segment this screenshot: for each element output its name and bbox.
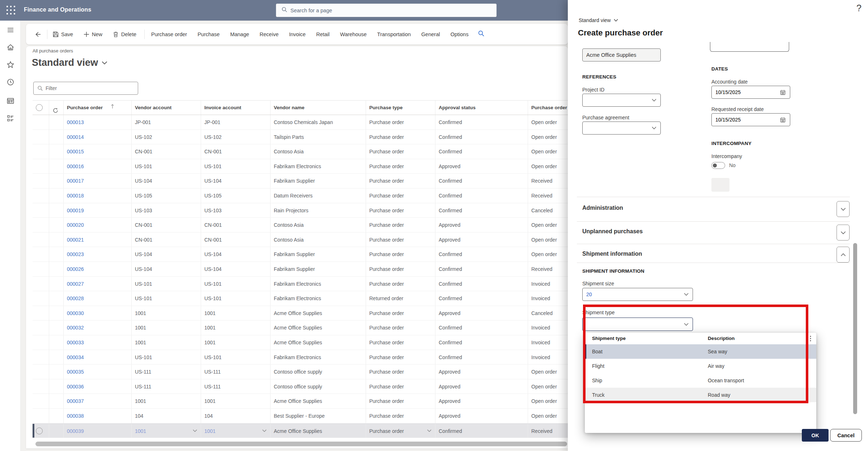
table-row[interactable]: 000019US-103US-103Rain ProjectorsPurchas… <box>33 203 568 218</box>
cell-invoice-account[interactable]: 1001 <box>201 424 271 438</box>
tab-transportation[interactable]: Transportation <box>377 31 411 37</box>
unplanned-purchases-expand-button[interactable] <box>837 225 850 241</box>
cell-po[interactable]: 000037 <box>64 394 132 408</box>
project-id-combobox[interactable] <box>582 94 661 107</box>
column-header-invoice-account[interactable]: Invoice account <box>201 101 271 115</box>
table-row[interactable]: 000027US-101US-101Fabrikam ElectronicsPu… <box>33 277 568 292</box>
column-header-vendor-account[interactable]: Vendor account <box>132 101 201 115</box>
table-row[interactable]: 00003710011001Acme Office SuppliesPurcha… <box>33 394 568 409</box>
row-select-radio[interactable] <box>33 188 49 203</box>
row-select-radio[interactable] <box>33 424 49 438</box>
cell-po[interactable]: 000015 <box>64 144 132 159</box>
table-row[interactable]: 00003210011001Acme Office SuppliesPurcha… <box>33 320 568 335</box>
cell-po[interactable]: 000027 <box>64 277 132 291</box>
new-button[interactable]: New <box>83 31 102 38</box>
row-select-radio[interactable] <box>33 394 49 408</box>
cell-approval-status[interactable]: Confirmed <box>435 424 528 438</box>
cell-vendor-account[interactable]: 1001 <box>132 424 201 438</box>
cell-vendor-name[interactable]: Acme Office Supplies <box>271 424 366 438</box>
row-select-radio[interactable] <box>33 379 49 394</box>
table-row[interactable]: 000015CN-001CN-001Contoso AsiaPurchase o… <box>33 144 568 159</box>
cell-po[interactable]: 000017 <box>64 174 132 188</box>
cell-po[interactable]: 000038 <box>64 409 132 423</box>
recent-clock-icon[interactable] <box>6 78 15 86</box>
cell-po[interactable]: 000016 <box>64 159 132 174</box>
row-select-radio[interactable] <box>33 262 49 276</box>
row-select-radio[interactable] <box>33 174 49 188</box>
cell-po[interactable]: 000035 <box>64 365 132 379</box>
shipment-information-collapse-button[interactable] <box>837 247 850 263</box>
tab-retail[interactable]: Retail <box>316 31 329 37</box>
cell-po[interactable]: 000028 <box>64 291 132 306</box>
column-header-purchase-order[interactable]: Purchase order <box>64 101 132 115</box>
row-select-radio[interactable] <box>33 144 49 159</box>
table-row[interactable]: 000023US-104US-104Fabrikam SupplierPurch… <box>33 247 568 262</box>
ok-button[interactable]: OK <box>802 429 829 442</box>
kebab-menu-icon[interactable] <box>810 335 811 343</box>
row-select-radio[interactable] <box>33 130 49 144</box>
row-select-radio[interactable] <box>33 277 49 291</box>
table-row[interactable]: 000017US-104US-104Fabrikam SupplierPurch… <box>33 174 568 188</box>
table-row[interactable]: 000038104104Best Supplier - EuropePurcha… <box>33 409 568 424</box>
cell-po[interactable]: 000014 <box>64 130 132 144</box>
row-select-radio[interactable] <box>33 115 49 129</box>
purchase-agreement-combobox[interactable] <box>582 122 661 135</box>
filter-input[interactable]: Filter <box>33 82 138 95</box>
task-list-icon[interactable] <box>6 114 15 123</box>
workspace-form-icon[interactable] <box>6 97 15 105</box>
intercompany-toggle[interactable] <box>711 162 725 169</box>
hamburger-menu-icon[interactable] <box>6 26 15 34</box>
cell-po[interactable]: 000033 <box>64 335 132 350</box>
tab-purchase-order[interactable]: Purchase order <box>151 31 187 37</box>
cell-po[interactable]: 000034 <box>64 350 132 365</box>
select-all-checkbox[interactable] <box>33 101 49 115</box>
row-select-radio[interactable] <box>33 335 49 350</box>
cell-po[interactable]: 000032 <box>64 320 132 335</box>
help-button[interactable]: ? <box>856 3 861 13</box>
cell-purchase-type[interactable]: Purchase order <box>366 424 435 438</box>
table-row[interactable]: 000028US-101US-101Fabrikam ElectronicsRe… <box>33 291 568 306</box>
cancel-button[interactable]: Cancel <box>830 429 862 442</box>
table-row[interactable]: 000021CN-001CN-001Contoso AsiaPurchase o… <box>33 233 568 247</box>
row-select-radio[interactable] <box>33 218 49 232</box>
row-select-radio[interactable] <box>33 233 49 247</box>
clipped-combobox[interactable] <box>710 42 789 52</box>
delete-button[interactable]: Delete <box>112 31 136 38</box>
column-header-purchase-type[interactable]: Purchase type <box>366 101 435 115</box>
column-header-vendor-name[interactable]: Vendor name <box>271 101 366 115</box>
row-select-radio[interactable] <box>33 203 49 218</box>
shipment-type-option-flight[interactable]: FlightAir way <box>585 359 816 373</box>
table-row[interactable]: 000035US-111US-111Contoso office supplyP… <box>33 365 568 379</box>
row-select-radio[interactable] <box>33 291 49 306</box>
cell-status[interactable]: Received <box>528 424 568 438</box>
cell-po[interactable]: 000013 <box>64 115 132 129</box>
table-row[interactable]: 000020CN-001CN-001Contoso AsiaPurchase o… <box>33 218 568 233</box>
table-row[interactable]: 000013JP-001JP-001Contoso Chemicals Japa… <box>33 115 568 130</box>
tab-general[interactable]: General <box>421 31 440 37</box>
horizontal-scrollbar[interactable] <box>35 442 567 446</box>
cell-po[interactable]: 000039 <box>64 424 132 438</box>
row-select-radio[interactable] <box>33 365 49 379</box>
row-select-radio[interactable] <box>33 320 49 335</box>
table-row[interactable]: 000014US-102US-102Tailspin PartsPurchase… <box>33 130 568 145</box>
panel-vertical-scrollbar[interactable] <box>853 243 857 414</box>
table-row[interactable]: 000016US-101US-101Fabrikam ElectronicsPu… <box>33 159 568 174</box>
cell-po[interactable]: 000018 <box>64 188 132 203</box>
row-select-radio[interactable] <box>33 159 49 174</box>
tab-purchase[interactable]: Purchase <box>197 31 220 37</box>
table-row[interactable]: 000036US-111US-111Contoso office supplyP… <box>33 379 568 394</box>
cell-po[interactable]: 000030 <box>64 306 132 320</box>
administration-section-title[interactable]: Administration <box>582 205 623 211</box>
tab-invoice[interactable]: Invoice <box>289 31 306 37</box>
refresh-button[interactable] <box>49 101 64 115</box>
requested-receipt-date-field[interactable]: 10/15/2025 <box>711 113 790 126</box>
administration-expand-button[interactable] <box>837 201 850 217</box>
panel-view-selector[interactable]: Standard view <box>579 17 618 23</box>
row-select-radio[interactable] <box>33 306 49 320</box>
table-row[interactable]: 00003010011001Acme Office SuppliesPurcha… <box>33 306 568 321</box>
tab-receive[interactable]: Receive <box>260 31 278 37</box>
cell-po[interactable]: 000036 <box>64 379 132 394</box>
row-select-radio[interactable] <box>33 409 49 423</box>
home-icon[interactable] <box>6 43 15 52</box>
accounting-date-field[interactable]: 10/15/2025 <box>711 86 790 99</box>
